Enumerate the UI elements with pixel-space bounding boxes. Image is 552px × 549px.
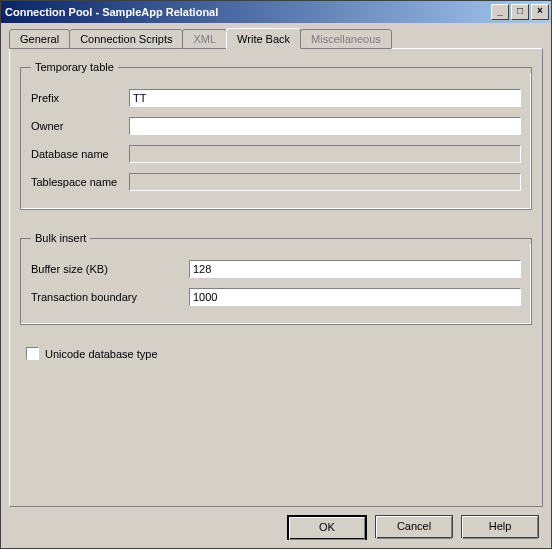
group-temporary-table-legend: Temporary table <box>31 61 118 73</box>
label-buffer-size: Buffer size (KB) <box>31 263 189 275</box>
cancel-button[interactable]: Cancel <box>375 515 453 538</box>
input-prefix[interactable] <box>129 89 521 107</box>
checkbox-icon[interactable] <box>26 347 39 360</box>
tab-write-back[interactable]: Write Back <box>226 28 301 49</box>
title-bar: Connection Pool - SampleApp Relational _… <box>1 1 551 23</box>
group-bulk-insert-legend: Bulk insert <box>31 232 90 244</box>
tab-connection-scripts[interactable]: Connection Scripts <box>69 29 183 49</box>
tab-xml: XML <box>182 29 227 49</box>
dialog-button-bar: OK Cancel Help <box>9 507 543 540</box>
label-database-name: Database name <box>31 148 129 160</box>
group-temporary-table: Temporary table Prefix Owner Database na… <box>20 61 532 210</box>
ok-button[interactable]: OK <box>287 515 367 540</box>
close-button[interactable]: × <box>531 4 549 20</box>
label-unicode-database-type: Unicode database type <box>45 348 158 360</box>
tab-general[interactable]: General <box>9 29 70 49</box>
tab-strip: General Connection Scripts XML Write Bac… <box>9 29 543 49</box>
label-tablespace-name: Tablespace name <box>31 176 129 188</box>
unicode-database-type[interactable]: Unicode database type <box>26 347 532 360</box>
client-area: General Connection Scripts XML Write Bac… <box>1 23 551 548</box>
maximize-button[interactable]: □ <box>511 4 529 20</box>
dialog-window: Connection Pool - SampleApp Relational _… <box>0 0 552 549</box>
input-owner[interactable] <box>129 117 521 135</box>
row-transaction-boundary: Transaction boundary <box>31 288 521 306</box>
help-button[interactable]: Help <box>461 515 539 538</box>
row-tablespace-name: Tablespace name <box>31 173 521 191</box>
row-prefix: Prefix <box>31 89 521 107</box>
row-owner: Owner <box>31 117 521 135</box>
window-title: Connection Pool - SampleApp Relational <box>5 6 491 18</box>
titlebar-button-group: _ □ × <box>491 4 549 20</box>
row-database-name: Database name <box>31 145 521 163</box>
input-tablespace-name <box>129 173 521 191</box>
label-prefix: Prefix <box>31 92 129 104</box>
input-transaction-boundary[interactable] <box>189 288 521 306</box>
row-buffer-size: Buffer size (KB) <box>31 260 521 278</box>
tab-miscellaneous: Miscellaneous <box>300 29 392 49</box>
minimize-button[interactable]: _ <box>491 4 509 20</box>
input-buffer-size[interactable] <box>189 260 521 278</box>
input-database-name <box>129 145 521 163</box>
group-bulk-insert: Bulk insert Buffer size (KB) Transaction… <box>20 232 532 325</box>
label-owner: Owner <box>31 120 129 132</box>
tab-panel-write-back: Temporary table Prefix Owner Database na… <box>9 48 543 507</box>
label-transaction-boundary: Transaction boundary <box>31 291 189 303</box>
